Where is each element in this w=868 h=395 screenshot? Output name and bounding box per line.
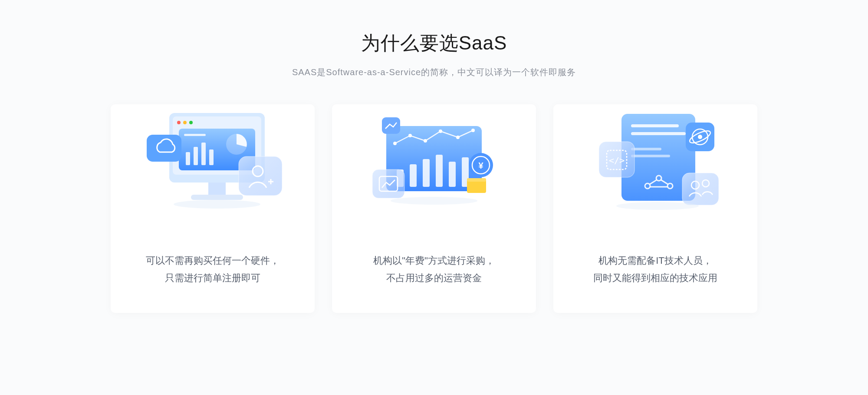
svg-rect-8 (194, 147, 198, 165)
svg-point-59 (698, 135, 702, 139)
svg-point-26 (456, 136, 460, 139)
svg-rect-6 (184, 134, 206, 136)
svg-point-24 (424, 139, 427, 143)
svg-rect-13 (191, 195, 243, 200)
svg-rect-48 (631, 155, 670, 157)
feature-card-subscription: ¥ 机构以"年费"方式进行采购， 不占用过多的运营资金 (332, 104, 536, 313)
svg-rect-7 (186, 152, 190, 165)
svg-rect-12 (208, 183, 226, 196)
section-title: 为什么要选SaaS (87, 30, 781, 56)
section-subtitle: SAAS是Software-as-a-Service的简称，中文可以译为一个软件… (87, 66, 781, 78)
feature-card-no-it: </> 机构无需配备IT技术人员， (553, 104, 757, 313)
svg-point-4 (189, 121, 193, 124)
feature-description: 可以不需再购买任何一个硬件， 只需进行简单注册即可 (128, 252, 297, 286)
svg-rect-9 (201, 143, 206, 165)
section-header: 为什么要选SaaS SAAS是Software-as-a-Service的简称，… (87, 30, 781, 78)
feature-card-hardware: 可以不需再购买任何一个硬件， 只需进行简单注册即可 (111, 104, 315, 313)
feature-description: 机构无需配备IT技术人员， 同时又能得到相应的技术应用 (571, 252, 740, 286)
svg-point-43 (391, 197, 477, 205)
svg-rect-47 (631, 148, 661, 150)
svg-rect-32 (449, 162, 456, 187)
svg-rect-45 (631, 124, 679, 127)
svg-rect-10 (209, 149, 214, 165)
svg-point-23 (408, 134, 412, 137)
svg-point-14 (174, 200, 260, 209)
svg-rect-15 (147, 135, 181, 162)
svg-rect-31 (436, 155, 443, 187)
svg-text:¥: ¥ (478, 161, 483, 170)
svg-point-27 (471, 129, 475, 132)
svg-point-25 (439, 129, 442, 133)
svg-rect-30 (423, 159, 430, 187)
svg-point-64 (616, 202, 699, 210)
svg-point-2 (177, 121, 181, 124)
feature-description: 机构以"年费"方式进行采购， 不占用过多的运营资金 (349, 252, 519, 286)
svg-rect-39 (467, 178, 486, 182)
monitor-dashboard-icon (128, 104, 297, 226)
feature-cards: 可以不需再购买任何一个硬件， 只需进行简单注册即可 (87, 104, 781, 313)
svg-rect-46 (631, 132, 686, 135)
svg-text:</>: </> (609, 155, 625, 166)
svg-point-22 (393, 142, 397, 145)
analytics-chart-icon: ¥ (349, 104, 519, 226)
document-tech-icon: </> (571, 104, 740, 226)
svg-point-3 (183, 121, 187, 124)
svg-rect-60 (682, 173, 719, 205)
svg-rect-29 (410, 164, 417, 187)
